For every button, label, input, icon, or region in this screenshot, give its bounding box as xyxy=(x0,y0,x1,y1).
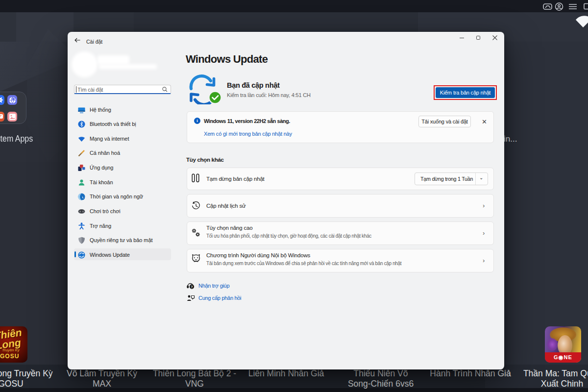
svg-text:?: ? xyxy=(191,285,193,289)
